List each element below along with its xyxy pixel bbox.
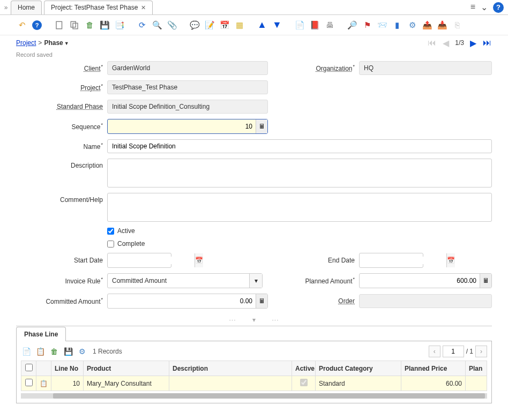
splitter-handle[interactable]: ···	[272, 316, 279, 324]
save-row-icon[interactable]: 💾	[63, 346, 73, 357]
edit-row-icon[interactable]: 📋	[35, 346, 46, 357]
end-date-input[interactable]	[360, 257, 446, 264]
cell-product-category[interactable]: Standard	[316, 376, 401, 391]
close-window-icon[interactable]: ⎘	[451, 19, 463, 31]
col-planned-price[interactable]: Planned Price	[401, 361, 466, 376]
detail-icon[interactable]: ▼	[271, 19, 283, 31]
zoom-icon[interactable]: 🔎	[346, 19, 358, 31]
field-standard-phase: Initial Scope Definition_Consulting	[107, 100, 268, 114]
save-icon[interactable]: 💾	[99, 19, 110, 31]
select-all-checkbox[interactable]	[25, 364, 33, 371]
copy-icon[interactable]	[69, 19, 80, 31]
detail-tab-phase-line[interactable]: Phase Line	[16, 327, 66, 341]
saveall-icon[interactable]: 📑	[114, 19, 125, 31]
field-description[interactable]	[107, 159, 492, 188]
status-message: Record saved	[0, 50, 508, 61]
table-row[interactable]: 📋 10 Mary_Mary Consultant Standard 60.00	[21, 376, 487, 391]
delete-row-icon[interactable]: 🗑	[49, 346, 59, 357]
field-start-date[interactable]: 📅	[107, 253, 171, 268]
splitter-handle[interactable]: ···	[229, 316, 236, 324]
svg-rect-0	[56, 21, 62, 29]
delete-icon[interactable]: 🗑	[84, 19, 95, 31]
process-row-icon[interactable]: ⚙	[77, 346, 87, 357]
undo-icon[interactable]: ↶	[16, 19, 28, 31]
col-product[interactable]: Product	[84, 361, 169, 376]
note-icon[interactable]: 📝	[204, 19, 215, 31]
grid-icon[interactable]: ▦	[234, 19, 245, 31]
field-invoice-rule[interactable]: Committed Amount ▾	[107, 273, 263, 288]
prev-page-icon[interactable]: ‹	[429, 346, 440, 357]
next-record-icon[interactable]: ▶	[468, 38, 478, 48]
help-icon[interactable]: ?	[31, 19, 43, 31]
print-icon[interactable]: 🖶	[324, 19, 335, 31]
edit-row-icon[interactable]: 📋	[36, 376, 51, 391]
refresh-icon[interactable]: ⟳	[136, 19, 148, 31]
prev-record-icon[interactable]: ◀	[441, 38, 451, 48]
last-record-icon[interactable]: ⏭	[482, 38, 492, 48]
field-end-date[interactable]: 📅	[359, 253, 423, 268]
export-icon[interactable]: 📥	[436, 19, 448, 31]
breadcrumb-root[interactable]: Project	[16, 39, 36, 47]
field-planned-amount[interactable]: 🖩	[359, 273, 492, 288]
tab-home[interactable]: Home	[11, 1, 42, 14]
cell-description[interactable]	[169, 376, 292, 391]
process-icon[interactable]: ⚙	[406, 19, 418, 31]
activeflag-icon[interactable]: ⚑	[361, 19, 373, 31]
collapse-icon[interactable]: ⌄	[481, 2, 488, 13]
chat-icon[interactable]: 💬	[189, 19, 200, 31]
calendar-icon[interactable]: 📅	[195, 253, 203, 267]
import-icon[interactable]: 📤	[421, 19, 433, 31]
planned-amount-input[interactable]	[360, 277, 480, 284]
cell-line-no[interactable]: 10	[51, 376, 84, 391]
chevron-down-icon[interactable]: ▾	[249, 274, 262, 288]
calculator-icon[interactable]: 🖩	[256, 119, 267, 133]
parent-icon[interactable]: ▲	[256, 19, 268, 31]
calendar-icon[interactable]: 📅	[219, 19, 230, 31]
col-product-category[interactable]: Product Category	[316, 361, 401, 376]
report-icon[interactable]: 📄	[294, 19, 305, 31]
page-input[interactable]	[443, 346, 464, 357]
field-committed-amount[interactable]: 🖩	[107, 294, 268, 309]
calendar-icon[interactable]: 📅	[446, 253, 455, 267]
breadcrumb-current[interactable]: Phase▼	[44, 39, 69, 47]
help-icon[interactable]: ?	[493, 2, 504, 13]
col-active[interactable]: Active	[292, 361, 316, 376]
sequence-input[interactable]	[108, 123, 256, 130]
archive-icon[interactable]: 📕	[309, 19, 320, 31]
horizontal-scrollbar[interactable]	[21, 393, 487, 399]
splitter-bar[interactable]: ··· ▾ ···	[0, 314, 508, 326]
row-select-checkbox[interactable]	[25, 379, 33, 386]
committed-amount-input[interactable]	[108, 297, 256, 305]
calculator-icon[interactable]: 🖩	[480, 274, 491, 288]
next-page-icon[interactable]: ›	[475, 346, 487, 357]
field-sequence[interactable]: 🖩	[107, 119, 268, 134]
menu-icon[interactable]: ≡	[470, 2, 475, 13]
checkbox-complete[interactable]	[107, 241, 114, 248]
checkbox-active[interactable]	[107, 228, 114, 235]
tab-project[interactable]: Project: TestPhase Test Phase ✕	[44, 1, 153, 14]
total-pages: / 1	[466, 348, 473, 355]
expand-sidebar-icon[interactable]: »	[2, 4, 10, 11]
calculator-icon[interactable]: 🖩	[256, 294, 267, 308]
cell-planned-price[interactable]: 60.00	[401, 376, 466, 391]
label-organization: Organization	[316, 65, 352, 72]
new-icon[interactable]	[54, 19, 65, 31]
close-icon[interactable]: ✕	[141, 4, 146, 11]
col-planned[interactable]: Plan	[466, 361, 487, 376]
field-comment[interactable]	[107, 193, 492, 222]
label-sequence: Sequence	[71, 123, 100, 131]
find-icon[interactable]: 🔍	[151, 19, 163, 31]
start-date-input[interactable]	[108, 257, 195, 264]
splitter-collapse-icon[interactable]: ▾	[252, 316, 256, 324]
chevron-down-icon[interactable]: ▼	[64, 41, 69, 46]
col-line-no[interactable]: Line No	[51, 361, 84, 376]
first-record-icon[interactable]: ⏮	[427, 38, 437, 48]
new-row-icon[interactable]: 📄	[21, 346, 32, 357]
field-name[interactable]	[107, 139, 492, 153]
col-description[interactable]: Description	[169, 361, 292, 376]
cell-product[interactable]: Mary_Mary Consultant	[84, 376, 169, 391]
product-icon[interactable]: ▮	[391, 19, 403, 31]
label-invoice-rule: Invoice Rule	[65, 278, 100, 285]
attachment-icon[interactable]: 📎	[166, 19, 178, 31]
request-icon[interactable]: 📨	[376, 19, 388, 31]
